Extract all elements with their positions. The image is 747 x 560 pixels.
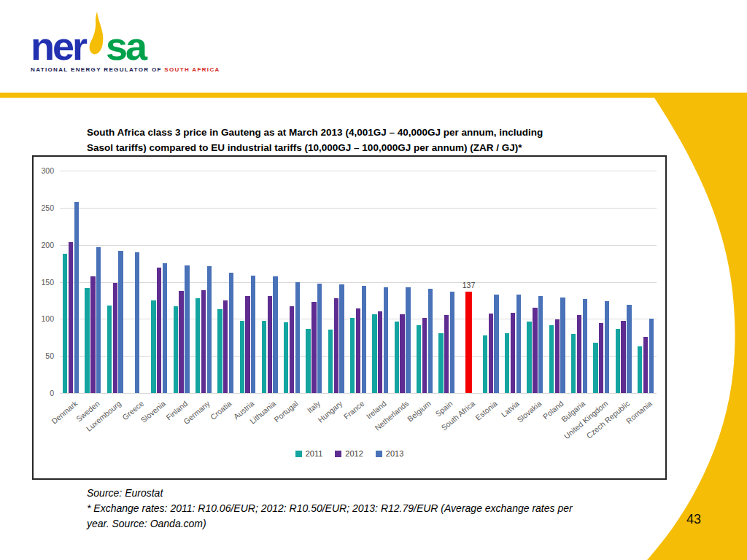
- bar-ireland-2011: [372, 314, 376, 393]
- bar-italy-2013: [317, 284, 322, 393]
- y-axis-tick-0: 0: [34, 389, 54, 397]
- legend-label-2013: 2013: [386, 449, 403, 458]
- bar-luxembourg-2012: [113, 283, 117, 393]
- gridline-300: [60, 171, 657, 171]
- data-label-137: 137: [462, 281, 476, 289]
- bar-germany-2011: [196, 298, 200, 393]
- y-axis-tick-250: 250: [34, 203, 54, 212]
- bar-greece-2013: [135, 252, 139, 393]
- bar-germany-2012: [201, 290, 206, 393]
- chart-title: South Africa class 3 price in Gauteng as…: [87, 125, 619, 156]
- x-axis-label-italy: Italy: [306, 399, 322, 415]
- bar-poland-2012: [555, 319, 560, 393]
- bar-spain-2013: [450, 292, 454, 393]
- source-footnote: Source: Eurostat * Exchange rates: 2011:…: [87, 486, 605, 532]
- bar-finland-2011: [174, 306, 178, 393]
- flame-icon: [88, 12, 105, 66]
- bar-germany-2013: [207, 266, 212, 393]
- bar-belgium-2011: [417, 325, 421, 393]
- bar-france-2013: [362, 286, 366, 393]
- gold-divider-bar: [0, 93, 747, 98]
- bar-netherlands-2012: [400, 314, 404, 393]
- bar-romania-2011: [638, 346, 642, 393]
- logo-tagline-part2: SOUTH AFRICA: [162, 66, 220, 73]
- bar-denmark-2011: [63, 254, 67, 393]
- x-axis-label-slovakia: Slovakia: [515, 399, 543, 424]
- logo-text-ner: ner: [31, 28, 85, 64]
- chart-title-line1: South Africa class 3 price in Gauteng as…: [87, 125, 619, 140]
- bar-estonia-2013: [494, 295, 498, 393]
- chart-container: 050100150200250300DenmarkSwedenLuxembour…: [32, 155, 667, 480]
- y-axis-tick-200: 200: [34, 241, 54, 249]
- page-number: 43: [686, 512, 701, 527]
- bar-croatia-2012: [223, 300, 228, 393]
- bar-latvia-2012: [511, 313, 515, 393]
- bar-lithuania-2012: [268, 296, 272, 393]
- bar-czech-republic-2013: [627, 305, 631, 393]
- bar-netherlands-2013: [406, 287, 410, 393]
- bar-united-kingdom-2012: [599, 323, 603, 393]
- bar-luxembourg-2011: [107, 306, 112, 393]
- bar-finland-2013: [185, 265, 189, 393]
- legend-swatch-2011: [295, 451, 302, 457]
- bar-slovenia-2013: [163, 263, 167, 393]
- bar-bulgaria-2013: [583, 299, 587, 393]
- x-axis-label-portugal: Portugal: [272, 399, 300, 424]
- bar-ireland-2012: [378, 311, 382, 393]
- bar-sweden-2013: [96, 247, 101, 393]
- bar-czech-republic-2011: [616, 329, 620, 393]
- legend-swatch-2012: [335, 451, 341, 457]
- bar-romania-2012: [643, 337, 648, 393]
- bar-italy-2012: [311, 302, 316, 393]
- logo-text-sa: sa: [106, 28, 145, 64]
- bar-estonia-2012: [489, 314, 493, 393]
- bar-croatia-2011: [217, 309, 222, 393]
- bar-france-2011: [350, 318, 355, 393]
- y-axis-tick-50: 50: [34, 351, 54, 360]
- nersa-logo: ner sa NATIONAL ENERGY REGULATOR OF SOUT…: [31, 7, 228, 73]
- bar-austria-2012: [245, 296, 249, 393]
- bar-denmark-2012: [69, 242, 73, 393]
- bar-ireland-2013: [384, 287, 388, 393]
- bar-lithuania-2013: [273, 276, 277, 393]
- legend-swatch-2013: [376, 451, 382, 457]
- y-axis-tick-100: 100: [34, 314, 54, 323]
- bar-slovakia-2012: [533, 308, 537, 393]
- bar-croatia-2013: [229, 273, 233, 393]
- nersa-logo-wordmark: ner sa: [31, 7, 228, 64]
- bar-slovakia-2013: [538, 296, 543, 393]
- x-axis-label-croatia: Croatia: [209, 399, 233, 421]
- gridline-250: [60, 208, 657, 209]
- bar-hungary-2013: [339, 284, 344, 393]
- bar-south-africa-highlight: [465, 292, 472, 393]
- bar-slovakia-2011: [527, 322, 531, 393]
- bar-hungary-2011: [328, 330, 333, 393]
- bar-portugal-2011: [284, 322, 288, 393]
- bar-austria-2011: [240, 321, 244, 393]
- y-axis-tick-300: 300: [34, 166, 54, 175]
- bar-belgium-2013: [428, 289, 433, 393]
- bar-estonia-2011: [483, 335, 487, 393]
- bar-spain-2012: [444, 315, 449, 393]
- bar-romania-2013: [649, 319, 654, 393]
- bar-portugal-2013: [295, 282, 300, 394]
- bar-france-2012: [356, 308, 360, 393]
- x-axis-label-denmark: Denmark: [50, 399, 79, 426]
- legend-label-2011: 2011: [306, 449, 323, 458]
- legend-item-2011: 2011: [295, 449, 323, 458]
- bar-denmark-2013: [74, 202, 79, 393]
- legend-label-2012: 2012: [345, 449, 363, 458]
- bar-sweden-2011: [85, 288, 89, 393]
- chart-plot: 050100150200250300DenmarkSwedenLuxembour…: [34, 157, 665, 478]
- slide: ner sa NATIONAL ENERGY REGULATOR OF SOUT…: [0, 0, 747, 560]
- bar-poland-2013: [560, 298, 565, 393]
- x-axis-label-hungary: Hungary: [316, 399, 344, 424]
- bar-slovenia-2012: [157, 268, 161, 393]
- bar-united-kingdom-2013: [605, 301, 609, 393]
- bar-lithuania-2011: [262, 321, 266, 393]
- chart-legend: 201120122013: [34, 449, 665, 458]
- x-axis-label-france: France: [342, 399, 366, 421]
- bar-belgium-2012: [422, 318, 427, 393]
- bar-bulgaria-2012: [577, 315, 581, 393]
- bar-luxembourg-2013: [118, 251, 123, 393]
